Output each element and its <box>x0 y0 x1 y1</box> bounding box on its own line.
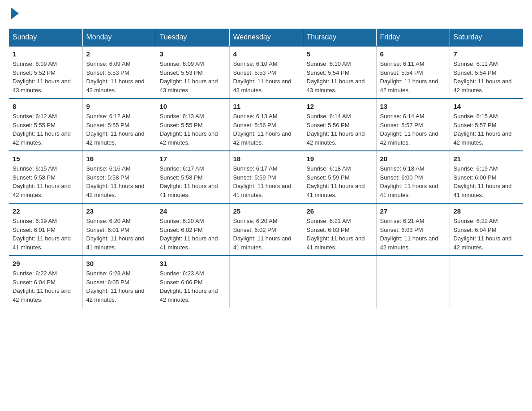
day-number: 27 <box>380 207 446 215</box>
weekday-header-friday: Friday <box>376 29 450 46</box>
calendar-cell: 24 Sunrise: 6:20 AM Sunset: 6:02 PM Dayl… <box>156 203 229 256</box>
day-info: Sunrise: 6:17 AM Sunset: 5:58 PM Dayligh… <box>160 164 226 199</box>
calendar-cell: 20 Sunrise: 6:18 AM Sunset: 6:00 PM Dayl… <box>376 151 450 203</box>
daylight-text: Daylight: 11 hours and 42 minutes. <box>233 130 292 146</box>
day-number: 4 <box>233 50 299 58</box>
day-info: Sunrise: 6:21 AM Sunset: 6:03 PM Dayligh… <box>380 217 446 252</box>
sunrise-text: Sunrise: 6:19 AM <box>13 218 57 224</box>
day-info: Sunrise: 6:12 AM Sunset: 5:55 PM Dayligh… <box>13 112 79 147</box>
sunset-text: Sunset: 6:04 PM <box>13 279 56 286</box>
daylight-text: Daylight: 11 hours and 43 minutes. <box>13 78 71 94</box>
day-number: 9 <box>86 103 152 110</box>
calendar-cell: 7 Sunrise: 6:11 AM Sunset: 5:54 PM Dayli… <box>450 46 523 98</box>
sunrise-text: Sunrise: 6:12 AM <box>13 113 57 120</box>
calendar-cell: 27 Sunrise: 6:21 AM Sunset: 6:03 PM Dayl… <box>376 203 450 256</box>
sunset-text: Sunset: 5:58 PM <box>160 174 203 181</box>
logo-arrow-icon <box>11 7 19 20</box>
weekday-header-sunday: Sunday <box>9 29 82 46</box>
calendar-week-row: 22 Sunrise: 6:19 AM Sunset: 6:01 PM Dayl… <box>9 203 523 256</box>
calendar-week-row: 8 Sunrise: 6:12 AM Sunset: 5:55 PM Dayli… <box>9 98 523 151</box>
daylight-text: Daylight: 11 hours and 43 minutes. <box>233 78 292 94</box>
daylight-text: Daylight: 11 hours and 41 minutes. <box>13 235 71 251</box>
day-number: 16 <box>86 155 152 163</box>
day-info: Sunrise: 6:20 AM Sunset: 6:02 PM Dayligh… <box>233 217 299 252</box>
sunrise-text: Sunrise: 6:22 AM <box>13 270 57 277</box>
daylight-text: Daylight: 11 hours and 42 minutes. <box>160 130 218 146</box>
sunset-text: Sunset: 6:00 PM <box>380 174 423 181</box>
day-info: Sunrise: 6:20 AM Sunset: 6:02 PM Dayligh… <box>160 217 226 252</box>
sunset-text: Sunset: 5:59 PM <box>307 174 350 181</box>
sunrise-text: Sunrise: 6:15 AM <box>13 165 57 172</box>
sunrise-text: Sunrise: 6:10 AM <box>307 60 351 67</box>
daylight-text: Daylight: 11 hours and 42 minutes. <box>160 287 218 303</box>
sunrise-text: Sunrise: 6:23 AM <box>160 270 204 277</box>
calendar-week-row: 29 Sunrise: 6:22 AM Sunset: 6:04 PM Dayl… <box>9 256 523 308</box>
day-number: 29 <box>13 260 79 267</box>
day-number: 28 <box>454 207 520 215</box>
calendar-cell: 16 Sunrise: 6:16 AM Sunset: 5:58 PM Dayl… <box>82 151 156 203</box>
calendar-cell: 26 Sunrise: 6:21 AM Sunset: 6:03 PM Dayl… <box>303 203 376 256</box>
day-info: Sunrise: 6:14 AM Sunset: 5:56 PM Dayligh… <box>307 112 373 147</box>
day-info: Sunrise: 6:22 AM Sunset: 6:04 PM Dayligh… <box>13 269 79 304</box>
day-number: 19 <box>307 155 373 163</box>
day-info: Sunrise: 6:13 AM Sunset: 5:56 PM Dayligh… <box>233 112 299 147</box>
daylight-text: Daylight: 11 hours and 42 minutes. <box>86 130 145 146</box>
sunset-text: Sunset: 5:54 PM <box>380 69 423 76</box>
sunset-text: Sunset: 6:05 PM <box>86 279 129 286</box>
sunrise-text: Sunrise: 6:11 AM <box>454 60 498 67</box>
daylight-text: Daylight: 11 hours and 42 minutes. <box>380 235 438 251</box>
day-info: Sunrise: 6:19 AM Sunset: 6:01 PM Dayligh… <box>13 217 79 252</box>
calendar-cell: 12 Sunrise: 6:14 AM Sunset: 5:56 PM Dayl… <box>303 98 376 151</box>
day-info: Sunrise: 6:23 AM Sunset: 6:05 PM Dayligh… <box>86 269 152 304</box>
day-info: Sunrise: 6:18 AM Sunset: 5:59 PM Dayligh… <box>307 164 373 199</box>
calendar-cell: 10 Sunrise: 6:13 AM Sunset: 5:55 PM Dayl… <box>156 98 229 151</box>
calendar-cell: 13 Sunrise: 6:14 AM Sunset: 5:57 PM Dayl… <box>376 98 450 151</box>
sunset-text: Sunset: 5:53 PM <box>86 69 129 76</box>
daylight-text: Daylight: 11 hours and 42 minutes. <box>454 78 512 94</box>
sunset-text: Sunset: 5:59 PM <box>233 174 276 181</box>
day-info: Sunrise: 6:15 AM Sunset: 5:58 PM Dayligh… <box>13 164 79 199</box>
day-number: 5 <box>307 50 373 58</box>
sunset-text: Sunset: 5:53 PM <box>160 69 203 76</box>
sunset-text: Sunset: 5:57 PM <box>454 122 497 128</box>
calendar-cell: 22 Sunrise: 6:19 AM Sunset: 6:01 PM Dayl… <box>9 203 82 256</box>
daylight-text: Daylight: 11 hours and 43 minutes. <box>307 78 365 94</box>
calendar-cell: 1 Sunrise: 6:09 AM Sunset: 5:52 PM Dayli… <box>9 46 82 98</box>
calendar-cell: 3 Sunrise: 6:09 AM Sunset: 5:53 PM Dayli… <box>156 46 229 98</box>
day-info: Sunrise: 6:09 AM Sunset: 5:52 PM Dayligh… <box>13 60 79 94</box>
sunrise-text: Sunrise: 6:20 AM <box>233 218 278 224</box>
calendar-cell: 2 Sunrise: 6:09 AM Sunset: 5:53 PM Dayli… <box>82 46 156 98</box>
day-info: Sunrise: 6:19 AM Sunset: 6:00 PM Dayligh… <box>454 164 520 199</box>
daylight-text: Daylight: 11 hours and 42 minutes. <box>307 130 365 146</box>
sunrise-text: Sunrise: 6:20 AM <box>86 218 131 224</box>
sunrise-text: Sunrise: 6:21 AM <box>380 218 425 224</box>
sunset-text: Sunset: 5:53 PM <box>233 69 276 76</box>
daylight-text: Daylight: 11 hours and 41 minutes. <box>307 235 365 251</box>
calendar-cell <box>303 256 376 308</box>
day-info: Sunrise: 6:13 AM Sunset: 5:55 PM Dayligh… <box>160 112 226 147</box>
sunrise-text: Sunrise: 6:13 AM <box>160 113 204 120</box>
day-info: Sunrise: 6:09 AM Sunset: 5:53 PM Dayligh… <box>160 60 226 94</box>
daylight-text: Daylight: 11 hours and 41 minutes. <box>307 183 365 198</box>
sunset-text: Sunset: 5:54 PM <box>307 69 350 76</box>
daylight-text: Daylight: 11 hours and 41 minutes. <box>233 235 292 251</box>
calendar-cell <box>229 256 303 308</box>
day-info: Sunrise: 6:11 AM Sunset: 5:54 PM Dayligh… <box>380 60 446 94</box>
sunset-text: Sunset: 5:55 PM <box>86 122 129 128</box>
daylight-text: Daylight: 11 hours and 41 minutes. <box>160 183 218 198</box>
day-number: 2 <box>86 50 152 58</box>
weekday-header-tuesday: Tuesday <box>156 29 229 46</box>
calendar-cell <box>450 256 523 308</box>
sunrise-text: Sunrise: 6:13 AM <box>233 113 278 120</box>
daylight-text: Daylight: 11 hours and 42 minutes. <box>86 287 145 303</box>
sunset-text: Sunset: 6:00 PM <box>454 174 497 181</box>
day-number: 31 <box>160 260 226 267</box>
weekday-header-monday: Monday <box>82 29 156 46</box>
sunset-text: Sunset: 6:06 PM <box>160 279 203 286</box>
weekday-header-saturday: Saturday <box>450 29 523 46</box>
calendar-cell: 5 Sunrise: 6:10 AM Sunset: 5:54 PM Dayli… <box>303 46 376 98</box>
day-number: 8 <box>13 103 79 110</box>
day-number: 12 <box>307 103 373 110</box>
day-number: 10 <box>160 103 226 110</box>
day-info: Sunrise: 6:15 AM Sunset: 5:57 PM Dayligh… <box>454 112 520 147</box>
